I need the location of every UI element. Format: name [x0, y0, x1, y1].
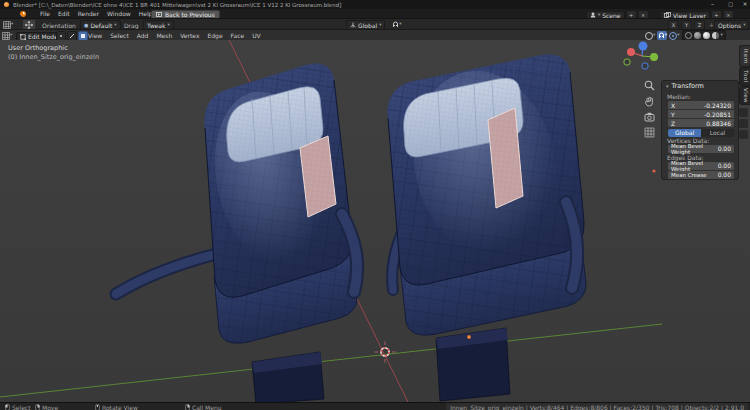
active-object-overlay: (0) Innen_Sitze_orig_einzeln	[8, 53, 99, 61]
median-label: Median:	[667, 93, 691, 100]
panel-header[interactable]: ▾ Transform	[666, 82, 704, 90]
ortho-grid-icon[interactable]	[644, 127, 655, 138]
tab-item[interactable]: Item	[739, 45, 750, 67]
back-icon	[156, 12, 162, 17]
drag-label: Drag	[124, 22, 139, 29]
orientation-icon	[350, 22, 356, 28]
3d-cursor	[375, 342, 396, 363]
axis-gizmo[interactable]	[620, 32, 664, 76]
view-name-overlay: User Orthographic	[8, 44, 68, 52]
object-origin-dot	[652, 169, 655, 172]
gizmo-neg-y-axis[interactable]	[624, 59, 630, 65]
menu-render[interactable]: Render	[74, 10, 103, 17]
chevron-down-icon: ▾	[167, 23, 169, 28]
status-bar: Select Move Rotate View Call Menu Innen_…	[0, 402, 750, 410]
magnet-icon	[392, 21, 399, 28]
editor-type-button[interactable]: ▾	[3, 20, 13, 29]
chevron-down-icon[interactable]: ▾	[721, 33, 723, 38]
mirror-toggle-group: X Y Z +	[668, 20, 716, 30]
status-hint-move: Move	[35, 404, 58, 410]
collapsed-tab-icon[interactable]	[739, 108, 748, 117]
menu-edit[interactable]: Edit	[54, 10, 74, 17]
menu-edge[interactable]: Edge	[203, 32, 226, 39]
status-hint-select: Select	[5, 404, 31, 410]
menu-file[interactable]: File	[36, 10, 54, 17]
mirror-y-button[interactable]: Y	[681, 20, 692, 30]
move-tool-icon	[25, 21, 33, 29]
y-axis-line	[0, 324, 662, 397]
close-button[interactable]: ×	[740, 0, 750, 8]
orientation-label: Orientation	[42, 22, 76, 29]
minimize-button[interactable]: –	[706, 0, 719, 8]
gizmo-y-axis[interactable]	[650, 53, 658, 61]
mean-crease-field[interactable]: Mean Crease 0.00	[668, 171, 734, 179]
chevron-down-icon: ▾	[743, 23, 745, 28]
grid-editor-icon	[3, 21, 11, 29]
menu-select[interactable]: Select	[106, 32, 133, 39]
edge-bevel-weight-field[interactable]: Mean Bevel Weight 0.00	[668, 162, 734, 170]
median-z-field[interactable]: Z 0.88346	[668, 119, 734, 127]
median-y-field[interactable]: Y -0.20851	[668, 110, 734, 118]
menu-face[interactable]: Face	[227, 32, 249, 39]
mouse-mmb-icon	[95, 404, 100, 410]
blender-logo-icon	[20, 11, 26, 17]
vertex-select-button[interactable]	[56, 31, 66, 41]
menu-uv[interactable]: UV	[248, 32, 265, 39]
rendered-shading-icon[interactable]	[712, 32, 719, 39]
mouse-lmb-drag-icon	[35, 404, 40, 410]
median-x-field[interactable]: X -0.24320	[668, 101, 734, 109]
viewport-3d[interactable]: User Orthographic (0) Innen_Sitze_orig_e…	[0, 40, 750, 402]
gizmo-neg-z-axis[interactable]	[642, 63, 648, 69]
pivot-point-button[interactable]: ▾	[669, 31, 679, 40]
menu-add[interactable]: Add	[133, 32, 153, 39]
chevron-down-icon: ▾	[598, 13, 600, 18]
mouse-lmb-icon	[5, 404, 10, 410]
camera-icon[interactable]	[644, 112, 655, 122]
grid-editor-icon	[2, 32, 10, 40]
tab-tool[interactable]: Tool	[739, 67, 750, 86]
viewport-controls	[644, 80, 655, 138]
hand-icon[interactable]	[644, 96, 655, 107]
mouse-rmb-icon	[185, 404, 190, 410]
transform-panel: ▾ Transform Median: X -0.24320 Y -0.2085…	[661, 80, 739, 180]
status-hint-rotate-view: Rotate View	[95, 404, 138, 410]
material-shading-icon[interactable]	[703, 32, 710, 39]
chevron-down-icon: ▾	[114, 23, 116, 28]
mirror-x-button[interactable]: X	[668, 20, 679, 30]
solid-shading-icon[interactable]	[694, 32, 701, 39]
gizmo-x-axis[interactable]	[627, 48, 635, 56]
collapsed-tab-icon[interactable]	[739, 119, 748, 128]
space-toggle: Global Local	[668, 129, 734, 137]
collapse-triangle-icon: ▾	[666, 83, 669, 89]
global-toggle-button[interactable]: Global	[668, 129, 701, 137]
object-origin-dot	[467, 335, 471, 339]
local-toggle-button[interactable]: Local	[701, 129, 734, 137]
scene-statistics: Innen_Sitze_orig_einzeln | Verts:8/464 |…	[446, 403, 748, 410]
chevron-down-icon: ▾	[379, 23, 381, 28]
zoom-icon[interactable]	[644, 80, 655, 91]
edit-mode-cube-icon	[20, 34, 26, 40]
maximize-button[interactable]: □	[724, 1, 737, 9]
left-seat[interactable]	[116, 64, 357, 402]
edge-select-button[interactable]	[67, 31, 77, 41]
menu-window[interactable]: Window	[103, 10, 135, 17]
menu-vertex[interactable]: Vertex	[176, 32, 203, 39]
menu-bar: File Edit Render Window Help Back to Pre…	[0, 9, 750, 18]
menu-mesh[interactable]: Mesh	[152, 32, 176, 39]
menu-view[interactable]: View	[84, 32, 106, 39]
status-hint-call-menu: Call Menu	[185, 404, 222, 410]
gizmo-z-axis[interactable]	[639, 42, 648, 51]
snap-toggle-button[interactable]: ▾	[392, 20, 402, 29]
mirror-z-button[interactable]: Z	[694, 20, 705, 30]
window-title: Blender* [C:\_Daten\Blender\ICE ohne 4\I…	[13, 2, 341, 8]
right-seat[interactable]	[388, 55, 586, 401]
tab-view[interactable]: View	[739, 86, 750, 105]
collapsed-tab-icon[interactable]	[739, 130, 748, 139]
blender-window: Blender* [C:\_Daten\Blender\ICE ohne 4\I…	[0, 0, 750, 410]
vertex-bevel-weight-field[interactable]: Mean Bevel Weight 0.00	[668, 145, 734, 153]
wireframe-shading-icon[interactable]	[685, 32, 692, 39]
pivot-icon	[669, 32, 677, 40]
orientation-point-icon: ●	[84, 22, 88, 28]
blender-logo	[4, 2, 9, 7]
editor-type-button[interactable]: ▾	[2, 31, 12, 40]
